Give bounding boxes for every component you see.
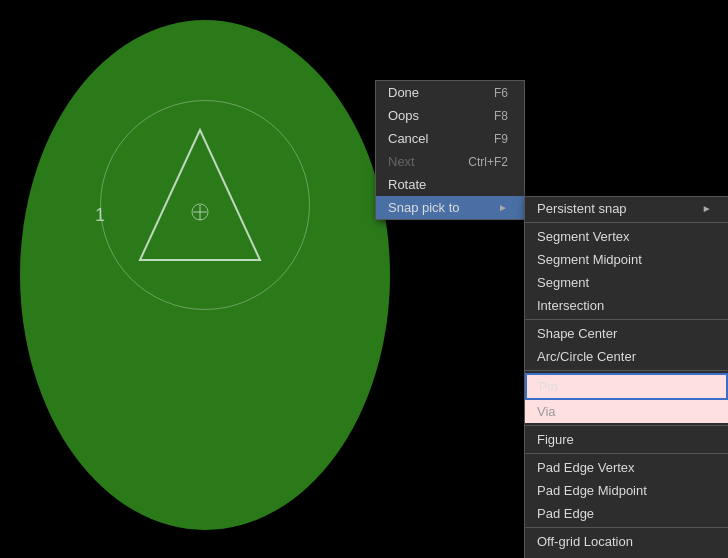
persistent-snap-arrow-icon: ► — [702, 203, 712, 214]
submenu-divider-1 — [525, 222, 728, 223]
submenu-label-pad-edge-midpoint: Pad Edge Midpoint — [537, 483, 647, 498]
submenu-label-figure: Figure — [537, 432, 574, 447]
menu-label-rotate: Rotate — [388, 177, 426, 192]
number-label: 1 — [95, 205, 105, 226]
submenu-label-pad-edge-vertex: Pad Edge Vertex — [537, 460, 635, 475]
submenu-label-segment-vertex: Segment Vertex — [537, 229, 630, 244]
triangle-shape — [120, 120, 280, 280]
submenu-item-via[interactable]: Via — [525, 400, 728, 423]
submenu-item-arc-circle-center[interactable]: Arc/Circle Center — [525, 345, 728, 368]
submenu-label-intersection: Intersection — [537, 298, 604, 313]
submenu: Persistent snap ► Segment Vertex Segment… — [524, 196, 728, 558]
submenu-item-intersection[interactable]: Intersection — [525, 294, 728, 317]
menu-item-rotate[interactable]: Rotate — [376, 173, 524, 196]
menu-item-snap-pick-to[interactable]: Snap pick to ► — [376, 196, 524, 219]
submenu-divider-3 — [525, 370, 728, 371]
menu-label-snap-pick-to: Snap pick to — [388, 200, 460, 215]
submenu-label-arc-circle-center: Arc/Circle Center — [537, 349, 636, 364]
menu-label-done: Done — [388, 85, 419, 100]
canvas-area: 1 Done F6 Oops F8 Cancel F9 Next Ctrl+F2… — [0, 0, 728, 558]
menu-item-oops[interactable]: Oops F8 — [376, 104, 524, 127]
submenu-item-pad-edge[interactable]: Pad Edge — [525, 502, 728, 525]
menu-item-next: Next Ctrl+F2 — [376, 150, 524, 173]
submenu-label-pin: Pin — [539, 379, 558, 394]
green-circle: 1 — [20, 20, 390, 530]
submenu-item-persistent-snap[interactable]: Persistent snap ► — [525, 197, 728, 220]
submenu-item-segment-midpoint[interactable]: Segment Midpoint — [525, 248, 728, 271]
submenu-divider-5 — [525, 453, 728, 454]
submenu-divider-2 — [525, 319, 728, 320]
submenu-label-segment-midpoint: Segment Midpoint — [537, 252, 642, 267]
submenu-item-segment-vertex[interactable]: Segment Vertex — [525, 225, 728, 248]
submenu-item-pin[interactable]: Pin — [525, 373, 728, 400]
submenu-label-off-grid-location: Off-grid Location — [537, 534, 633, 549]
submenu-item-figure[interactable]: Figure — [525, 428, 728, 451]
submenu-item-shape-center[interactable]: Shape Center — [525, 322, 728, 345]
menu-shortcut-cancel: F9 — [494, 132, 508, 146]
menu-shortcut-oops: F8 — [494, 109, 508, 123]
menu-label-oops: Oops — [388, 108, 419, 123]
submenu-divider-6 — [525, 527, 728, 528]
menu-item-cancel[interactable]: Cancel F9 — [376, 127, 524, 150]
submenu-label-pad-edge: Pad Edge — [537, 506, 594, 521]
menu-shortcut-done: F6 — [494, 86, 508, 100]
submenu-item-grid-point[interactable]: Grid Point — [525, 553, 728, 558]
menu-item-done[interactable]: Done F6 — [376, 81, 524, 104]
snap-pick-wrapper: Snap pick to ► Persistent snap ► Segment… — [376, 196, 524, 219]
submenu-item-pad-edge-midpoint[interactable]: Pad Edge Midpoint — [525, 479, 728, 502]
context-menu: Done F6 Oops F8 Cancel F9 Next Ctrl+F2 R… — [375, 80, 525, 220]
submenu-label-persistent-snap: Persistent snap — [537, 201, 627, 216]
submenu-item-pad-edge-vertex[interactable]: Pad Edge Vertex — [525, 456, 728, 479]
submenu-item-off-grid-location[interactable]: Off-grid Location — [525, 530, 728, 553]
submenu-label-shape-center: Shape Center — [537, 326, 617, 341]
svg-marker-0 — [140, 130, 260, 260]
menu-shortcut-next: Ctrl+F2 — [468, 155, 508, 169]
submenu-label-via: Via — [537, 404, 556, 419]
submenu-label-segment: Segment — [537, 275, 589, 290]
submenu-item-segment[interactable]: Segment — [525, 271, 728, 294]
submenu-divider-4 — [525, 425, 728, 426]
menu-label-next: Next — [388, 154, 415, 169]
menu-label-cancel: Cancel — [388, 131, 428, 146]
arrow-icon: ► — [498, 202, 508, 213]
